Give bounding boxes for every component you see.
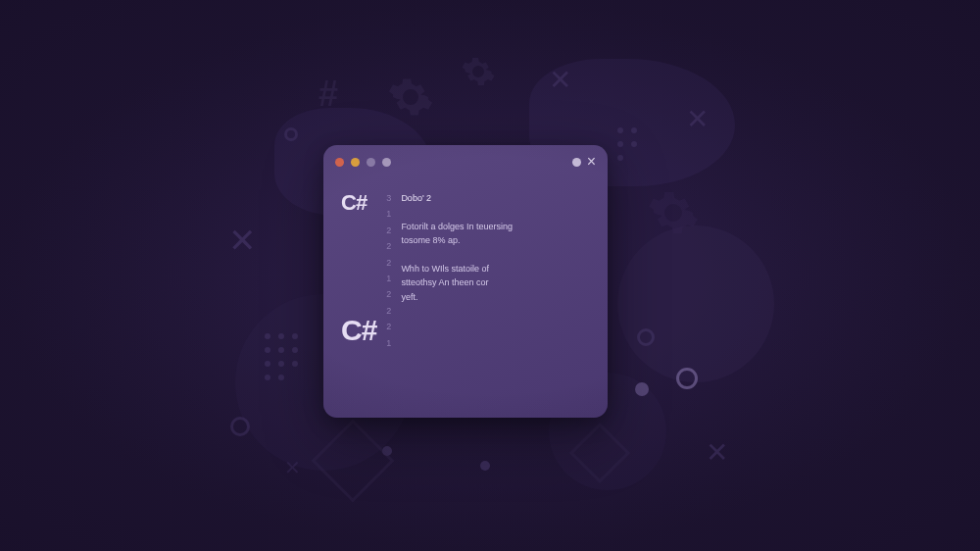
line-number: 2 [386,224,391,237]
language-badge-top: C# [341,190,367,216]
code-editor-window: × C# C# 3122212221 Dobo' 2 Fotorilt a do… [323,145,608,418]
code-line: tosome 8% ap. [401,233,590,247]
titlebar-dot-icon [572,158,581,167]
language-column: C# C# [341,188,376,350]
language-badge-bottom: C# [341,314,376,347]
close-icon[interactable]: × [587,154,596,170]
line-number: 2 [386,256,391,270]
editor-content: C# C# 3122212221 Dobo' 2 Fotorilt a dolg… [323,178,608,350]
window-dot [382,158,391,167]
code-line [401,205,590,219]
window-dot [367,158,375,167]
line-number: 2 [386,239,391,253]
code-line: yeft. [401,290,590,304]
window-close-dot[interactable] [335,158,344,167]
line-number: 2 [386,304,391,318]
line-number: 1 [386,272,391,285]
line-number: 1 [386,336,391,350]
line-number-gutter: 3122212221 [386,188,391,350]
code-area: Dobo' 2 Fotorilt a dolges In teuersingto… [401,188,590,350]
code-line: Dobo' 2 [401,191,590,205]
titlebar-right: × [572,154,596,170]
line-number: 2 [386,287,391,301]
window-titlebar: × [323,145,608,178]
code-line: Fotorilt a dolges In teuersing [401,220,590,233]
code-line: Whh to WIls statoile of [401,262,590,276]
code-line: stteothsy An theen cor [401,276,590,289]
line-number: 3 [386,191,391,205]
code-line [401,248,590,262]
line-number: 2 [386,320,391,333]
line-number: 1 [386,207,391,221]
traffic-light-dots [335,158,391,167]
window-minimize-dot[interactable] [351,158,360,167]
